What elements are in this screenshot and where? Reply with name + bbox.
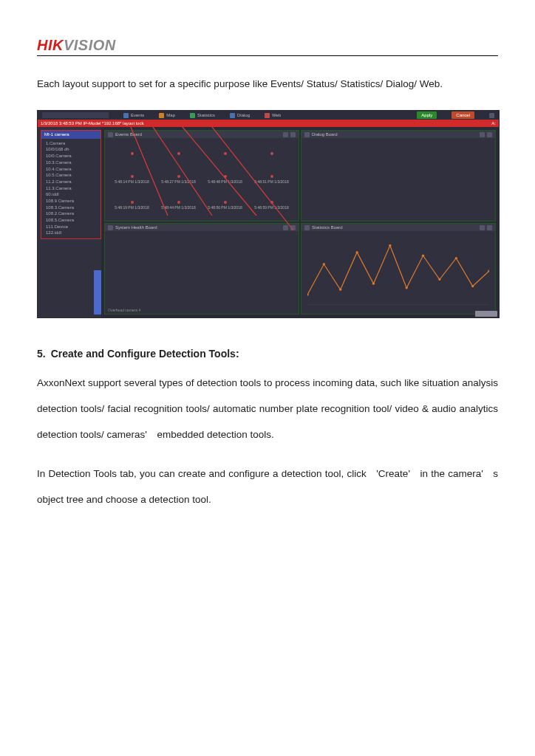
top-tab-statistics[interactable]: Statistics xyxy=(190,113,215,118)
top-tab-label: Web xyxy=(272,113,281,117)
svg-point-7 xyxy=(406,287,408,289)
tree-item[interactable]: 108.2.Camera xyxy=(46,210,98,217)
event-cell[interactable]: 5:48:59 PM 1/3/2018 xyxy=(249,193,294,218)
svg-point-2 xyxy=(323,263,325,265)
event-cell[interactable] xyxy=(202,141,248,165)
map-icon xyxy=(159,113,164,118)
tree-root[interactable]: MI-1 camera xyxy=(41,131,100,139)
tree-item[interactable]: 111.Device xyxy=(46,224,98,230)
event-time: 5:48:14 PM 1/3/2018 xyxy=(115,179,149,184)
event-dot-icon xyxy=(131,175,134,178)
event-cell[interactable]: 5:48:27 PM 1/3/2018 xyxy=(156,167,201,191)
event-cell[interactable]: 5:48:44 PM 1/3/2018 xyxy=(156,193,201,218)
event-time: 5:48:44 PM 1/3/2018 xyxy=(161,205,195,210)
event-cell[interactable] xyxy=(249,141,294,165)
top-tab-label: Events xyxy=(131,113,144,117)
event-dot-icon xyxy=(270,201,273,204)
top-tab-label: Dialog xyxy=(237,113,250,117)
resize-handle[interactable] xyxy=(475,311,497,317)
panel-events[interactable]: Events Board 5:48:14 PM 1/3/2 xyxy=(104,130,299,221)
panel-close-icon[interactable] xyxy=(487,132,492,137)
header-rule: HIKVISION xyxy=(37,37,498,56)
apply-button[interactable]: Apply xyxy=(417,111,437,119)
tree-item[interactable]: 122.iddl xyxy=(46,230,98,236)
app-top-bar: Events Map Statistics Dialog Web Apply C… xyxy=(38,111,499,120)
status-bar-right-text: A: xyxy=(491,121,496,126)
embedded-screenshot: Events Map Statistics Dialog Web Apply C… xyxy=(37,110,500,318)
tree-item[interactable]: 10/0/168 dh xyxy=(46,146,98,153)
tree-item[interactable]: 10.3.Camera xyxy=(46,159,98,166)
event-cell[interactable] xyxy=(156,141,201,165)
event-dot-icon xyxy=(177,175,180,178)
panel-settings-icon[interactable] xyxy=(480,132,485,137)
panel-statistics[interactable]: Statistics Board xyxy=(301,223,496,315)
web-icon xyxy=(265,113,270,118)
event-cell[interactable]: 5:48:48 PM 1/3/2018 xyxy=(202,167,248,191)
brand-logo-part1: HIK xyxy=(37,37,64,53)
camera-tree[interactable]: MI-1 camera 1.Camera 10/0/168 dh 10/0.Ca… xyxy=(41,130,101,239)
tree-item[interactable]: 108.5.Camera xyxy=(46,217,98,224)
panel-settings-icon[interactable] xyxy=(283,132,288,137)
svg-point-3 xyxy=(339,289,341,291)
events-icon xyxy=(123,113,129,118)
section-heading: 5. Create and Configure Detection Tools: xyxy=(37,348,498,360)
panel-health[interactable]: System Health Board Overhead camera 4 xyxy=(104,223,299,315)
statistics-chart xyxy=(307,237,489,305)
status-bar-text: 1/3/2018 3:48:53 PM IP-Model *192.168* l… xyxy=(41,121,143,126)
window-icon[interactable] xyxy=(489,113,494,118)
sidebar-handle[interactable] xyxy=(94,270,101,315)
svg-point-10 xyxy=(455,257,457,259)
panel-title: System Health Board xyxy=(115,225,157,230)
top-tab-map[interactable]: Map xyxy=(159,113,175,118)
panel-close-icon[interactable] xyxy=(290,225,296,230)
event-cell[interactable]: 5:48:19 PM 1/3/2018 xyxy=(109,193,154,218)
event-dot-icon xyxy=(131,152,134,155)
tree-item[interactable]: 10.5.Camera xyxy=(46,172,98,179)
top-tab-web[interactable]: Web xyxy=(265,113,281,118)
event-time: 5:48:48 PM 1/3/2018 xyxy=(208,179,242,184)
svg-point-11 xyxy=(471,285,474,287)
event-cell[interactable]: 5:48:14 PM 1/3/2018 xyxy=(109,167,154,191)
tree-item[interactable]: 108.9 Camera xyxy=(46,198,98,205)
panel-title: Dialog Board xyxy=(312,132,338,137)
tree-item[interactable]: 10.4.Camera xyxy=(46,166,98,173)
event-cell[interactable]: 5:48:51 PM 1/3/2018 xyxy=(249,167,294,191)
tree-item[interactable]: 108.3.Camera xyxy=(46,205,98,211)
tree-item[interactable]: 11.3.Camera xyxy=(46,185,98,192)
event-cell[interactable]: 5:48:56 PM 1/3/2018 xyxy=(202,193,248,218)
event-dot-icon xyxy=(177,152,180,155)
panel-settings-icon[interactable] xyxy=(480,225,485,230)
top-tab-dialog[interactable]: Dialog xyxy=(230,113,250,118)
event-time: 5:48:56 PM 1/3/2018 xyxy=(208,205,242,210)
brand-logo-part2: VISION xyxy=(64,37,116,53)
svg-point-9 xyxy=(438,278,440,281)
svg-point-4 xyxy=(355,251,358,253)
panel-title: Statistics Board xyxy=(312,225,343,230)
brand-logo: HIKVISION xyxy=(37,37,116,53)
tree-item[interactable]: 10/0.Camera xyxy=(46,153,98,159)
event-dot-icon xyxy=(270,175,273,178)
cancel-button[interactable]: Cancel xyxy=(451,111,474,119)
event-time: 5:48:59 PM 1/3/2018 xyxy=(254,205,288,210)
panel-close-icon[interactable] xyxy=(290,132,296,137)
top-tab-events[interactable]: Events xyxy=(123,113,144,118)
tree-item[interactable]: 11.2.Camera xyxy=(46,179,98,185)
sidebar: MI-1 camera 1.Camera 10/0/168 dh 10/0.Ca… xyxy=(38,127,101,317)
layout-canvas: Events Board 5:48:14 PM 1/3/2 xyxy=(101,127,499,317)
paragraph-create: In Detection Tools tab, you can create a… xyxy=(37,461,498,512)
panel-dialog[interactable]: Dialog Board xyxy=(301,130,496,221)
event-dot-icon xyxy=(270,152,273,155)
paragraph-intro: Each layout support to set for a specifi… xyxy=(37,71,498,97)
panel-indicator-icon xyxy=(304,225,310,230)
panel-settings-icon[interactable] xyxy=(283,225,288,230)
panel-close-icon[interactable] xyxy=(487,225,492,230)
tree-item[interactable]: 60.iddl xyxy=(46,191,98,198)
search-input[interactable] xyxy=(42,112,109,118)
panel-indicator-icon xyxy=(304,132,310,137)
event-dot-icon xyxy=(224,201,227,204)
event-cell[interactable] xyxy=(109,141,154,165)
tree-item[interactable]: 1.Camera xyxy=(46,140,98,147)
event-time: 5:48:19 PM 1/3/2018 xyxy=(115,205,149,210)
top-tab-label: Map xyxy=(166,113,175,117)
status-bar-right: A: xyxy=(491,121,496,126)
